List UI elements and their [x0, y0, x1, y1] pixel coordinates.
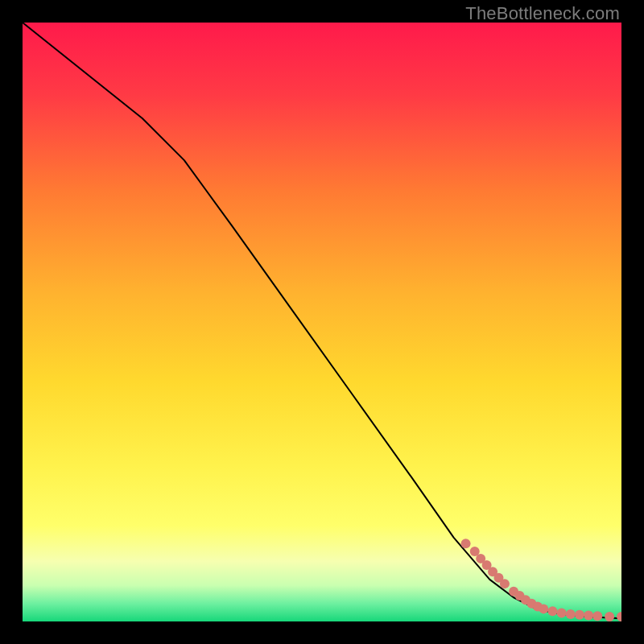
data-point — [605, 612, 614, 621]
scatter-points — [461, 539, 621, 621]
data-point — [557, 609, 567, 618]
data-point — [617, 612, 621, 621]
curve-path — [23, 23, 621, 618]
chart-svg — [23, 23, 621, 621]
data-point — [539, 604, 548, 613]
data-point — [500, 579, 510, 588]
data-point — [584, 611, 593, 621]
watermark-text: TheBottleneck.com — [465, 3, 620, 24]
data-point — [547, 606, 557, 616]
plot-area — [23, 23, 621, 621]
data-point — [592, 611, 602, 621]
data-point — [461, 539, 471, 548]
data-point — [575, 610, 584, 620]
outer-frame: TheBottleneck.com — [0, 0, 644, 644]
data-point — [566, 609, 576, 619]
